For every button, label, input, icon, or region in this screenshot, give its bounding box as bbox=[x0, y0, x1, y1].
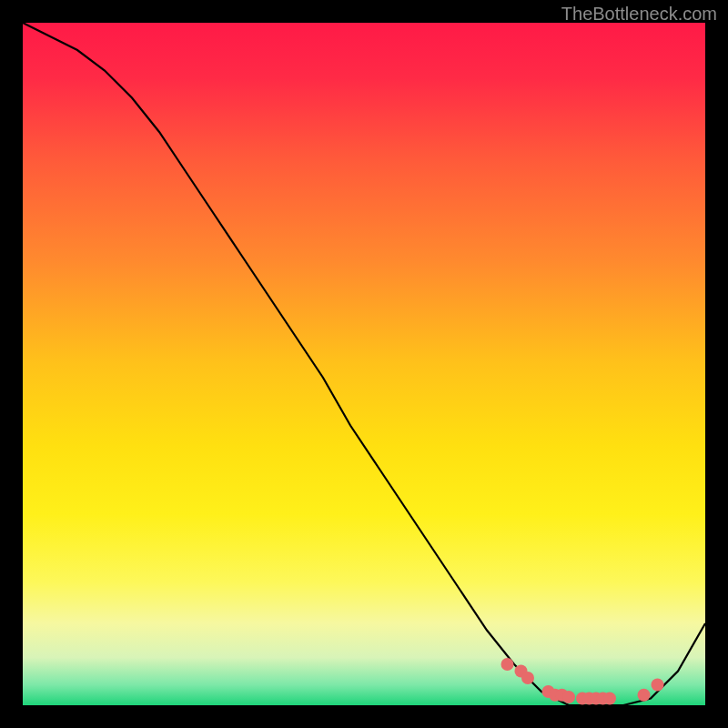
marker-point bbox=[521, 672, 534, 684]
marker-point bbox=[501, 658, 514, 671]
plot-area bbox=[23, 23, 705, 705]
marker-point bbox=[562, 691, 575, 703]
watermark-text: TheBottleneck.com bbox=[561, 4, 717, 25]
marker-point bbox=[652, 679, 664, 692]
marker-point bbox=[603, 693, 616, 705]
chart-svg bbox=[23, 23, 705, 705]
chart-container: TheBottleneck.com bbox=[0, 0, 728, 728]
marker-point bbox=[638, 689, 651, 702]
gradient-background bbox=[23, 23, 705, 705]
